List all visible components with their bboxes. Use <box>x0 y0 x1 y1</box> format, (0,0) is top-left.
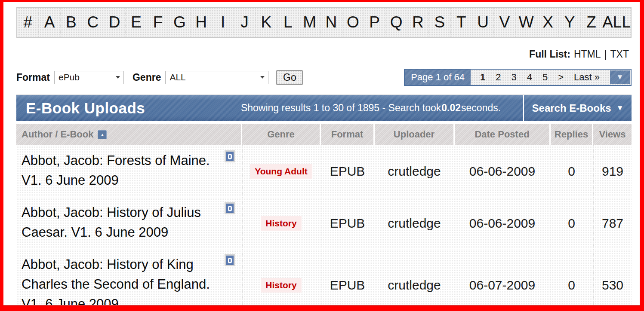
document-icon[interactable] <box>225 150 235 162</box>
cell-author-ebook: Abbot, Jacob: History of Julius Caesar. … <box>16 197 241 249</box>
cell-uploader: crutledge <box>375 145 453 197</box>
alphabet-link-W[interactable]: W <box>515 8 537 37</box>
alphabet-link-I[interactable]: I <box>212 8 233 37</box>
genre-link[interactable]: History <box>261 216 301 231</box>
full-list-txt-link[interactable]: TXT <box>610 49 629 60</box>
alphabet-link-S[interactable]: S <box>428 8 450 37</box>
alphabet-link-L[interactable]: L <box>277 8 299 37</box>
cell-replies: 0 <box>551 249 592 305</box>
alphabet-link-H[interactable]: H <box>190 8 212 37</box>
pagination-next-button[interactable]: > <box>553 72 569 83</box>
views-value: 530 <box>602 278 623 293</box>
alphabet-link-ALL[interactable]: ALL <box>602 8 631 37</box>
alphabet-link-Z[interactable]: Z <box>580 8 602 37</box>
chevron-down-icon: ▼ <box>616 73 624 82</box>
full-list-html-link[interactable]: HTML <box>574 49 601 60</box>
column-header-format[interactable]: Format <box>321 124 373 145</box>
alphabet-link-X[interactable]: X <box>537 8 558 37</box>
genre-link[interactable]: History <box>261 278 301 293</box>
cell-genre: Young Adult <box>242 145 320 197</box>
alphabet-link-A[interactable]: A <box>38 8 60 37</box>
column-header-date-posted[interactable]: Date Posted <box>455 124 549 145</box>
genre-label: Genre <box>132 72 161 83</box>
format-value: EPUB <box>330 216 365 231</box>
document-icon[interactable] <box>225 202 235 214</box>
search-ebooks-menu[interactable]: Search E-Books ▼ <box>523 95 632 121</box>
pagination-dropdown-button[interactable]: ▼ <box>610 70 630 84</box>
cell-date-posted: 06-06-2009 <box>455 197 549 249</box>
alphabet-link-O[interactable]: O <box>342 8 364 37</box>
results-summary-prefix: Showing results 1 to 30 of 1895 - Search… <box>241 102 441 114</box>
alphabet-link-N[interactable]: N <box>320 8 342 37</box>
views-value: 787 <box>602 216 623 231</box>
ebook-title-link[interactable]: Abbot, Jacob: History of King Charles th… <box>22 255 213 305</box>
alphabet-link-C[interactable]: C <box>82 8 103 37</box>
full-list-separator: | <box>604 49 607 60</box>
alphabet-link-U[interactable]: U <box>472 8 493 37</box>
ebook-title-link[interactable]: Abbot, Jacob: Forests of Maine. V1. 6 Ju… <box>22 151 213 190</box>
genre-link[interactable]: Young Adult <box>250 164 312 179</box>
alphabet-link-E[interactable]: E <box>125 8 147 37</box>
date-posted-value: 06-06-2009 <box>469 216 535 231</box>
uploader-link[interactable]: crutledge <box>388 278 441 293</box>
format-select[interactable]: ePub <box>54 71 124 84</box>
document-glyph <box>228 154 232 159</box>
alphabet-link-V[interactable]: V <box>493 8 515 37</box>
alphabet-link-Q[interactable]: Q <box>385 8 407 37</box>
format-select-value: ePub <box>59 72 80 82</box>
alphabet-link-F[interactable]: F <box>147 8 168 37</box>
page-title: E-Book Uploads <box>16 95 219 121</box>
cell-format: EPUB <box>321 249 373 305</box>
go-button[interactable]: Go <box>276 70 303 85</box>
cell-uploader: crutledge <box>375 249 453 305</box>
search-ebooks-label: Search E-Books <box>532 102 611 114</box>
alphabet-link-#[interactable]: # <box>17 8 38 37</box>
alphabet-link-J[interactable]: J <box>234 8 255 37</box>
cell-format: EPUB <box>321 145 373 197</box>
alphabet-link-P[interactable]: P <box>364 8 385 37</box>
pagination-pages: 12345 <box>475 72 553 83</box>
clipped-divider <box>3 305 640 305</box>
column-header-author-ebook[interactable]: Author / E-Book ▲ <box>16 124 241 145</box>
column-header-views[interactable]: Views <box>593 124 632 145</box>
replies-value: 0 <box>568 164 575 179</box>
pagination-last-button[interactable]: Last » <box>569 72 605 83</box>
genre-select[interactable]: ALL <box>165 71 268 84</box>
sort-ascending-icon[interactable]: ▲ <box>98 130 107 139</box>
document-icon[interactable] <box>225 254 235 266</box>
filter-row: Format ePub Genre ALL Go Page 1 of 64 12… <box>16 69 632 86</box>
format-value: EPUB <box>330 278 365 293</box>
alphabet-link-K[interactable]: K <box>255 8 277 37</box>
ebook-title-link[interactable]: Abbot, Jacob: History of Julius Caesar. … <box>22 203 213 242</box>
uploader-link[interactable]: crutledge <box>388 164 441 179</box>
date-posted-value: 06-06-2009 <box>469 164 535 179</box>
replies-value: 0 <box>568 278 575 293</box>
alphabet-link-R[interactable]: R <box>407 8 428 37</box>
results-summary-suffix: seconds. <box>461 102 501 114</box>
chevron-down-icon: ▼ <box>616 104 624 113</box>
alphabet-link-T[interactable]: T <box>450 8 472 37</box>
pagination-page-2[interactable]: 2 <box>490 72 506 82</box>
column-header-uploader[interactable]: Uploader <box>375 124 453 145</box>
table-row: Abbot, Jacob: Forests of Maine. V1. 6 Ju… <box>16 145 632 197</box>
chevron-down-icon <box>116 76 120 79</box>
column-header-genre[interactable]: Genre <box>242 124 320 145</box>
cell-replies: 0 <box>551 197 592 249</box>
column-header-replies[interactable]: Replies <box>551 124 592 145</box>
pagination-status: Page 1 of 64 <box>405 70 471 85</box>
alphabet-link-D[interactable]: D <box>104 8 125 37</box>
alphabet-link-B[interactable]: B <box>60 8 82 37</box>
results-summary: Showing results 1 to 30 of 1895 - Search… <box>219 95 523 121</box>
pagination-page-1[interactable]: 1 <box>475 72 490 82</box>
pagination-page-3[interactable]: 3 <box>506 72 521 82</box>
results-summary-time: 0.02 <box>441 102 461 114</box>
alphabet-link-Y[interactable]: Y <box>558 8 580 37</box>
uploader-link[interactable]: crutledge <box>388 216 441 231</box>
alphabet-link-G[interactable]: G <box>169 8 190 37</box>
pagination-page-4[interactable]: 4 <box>522 72 537 82</box>
pagination-page-5[interactable]: 5 <box>537 72 553 82</box>
alphabet-link-M[interactable]: M <box>299 8 320 37</box>
full-list-label: Full List: <box>529 49 570 60</box>
column-header-label: Author / E-Book <box>22 129 93 140</box>
document-glyph <box>228 206 232 211</box>
